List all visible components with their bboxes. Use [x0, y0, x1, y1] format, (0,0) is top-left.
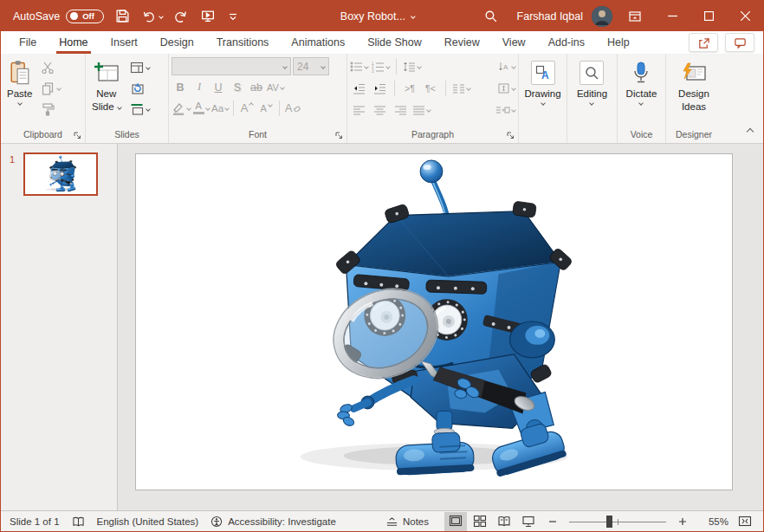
tab-help[interactable]: Help [596, 31, 641, 54]
new-slide-button[interactable]: New Slide [88, 56, 125, 126]
redo-icon [174, 9, 189, 23]
undo-button[interactable] [141, 9, 163, 23]
customize-quick-access-button[interactable] [227, 10, 239, 23]
format-painter-button[interactable] [37, 100, 64, 118]
share-button[interactable] [689, 33, 718, 52]
section-button[interactable] [126, 100, 153, 118]
redo-button[interactable] [174, 9, 189, 23]
tab-view[interactable]: View [491, 31, 537, 54]
increase-indent-button[interactable] [371, 79, 388, 97]
design-ideas-button[interactable]: Design Ideas [675, 56, 713, 126]
tab-design[interactable]: Design [149, 31, 205, 54]
bullets-button[interactable] [350, 57, 368, 75]
language-indicator[interactable]: English (United States) [97, 516, 199, 527]
right-to-left-button[interactable]: ¶< [422, 79, 439, 97]
align-right-button[interactable] [392, 101, 409, 119]
start-slideshow-button[interactable] [200, 9, 216, 23]
slide-thumbnail-panel: 1 [1, 144, 118, 510]
reset-button[interactable] [126, 79, 153, 97]
strikethrough-button[interactable]: ab [248, 78, 265, 96]
align-center-button[interactable] [371, 101, 388, 119]
document-title[interactable]: Boxy Robot... [340, 1, 415, 31]
search-button[interactable] [483, 9, 498, 23]
save-button[interactable] [115, 9, 130, 23]
slide-workspace[interactable] [118, 144, 763, 510]
font-color-button[interactable]: A [192, 99, 210, 117]
zoom-in-button[interactable] [671, 512, 694, 531]
character-spacing-glyph: AV [267, 82, 279, 93]
spell-check-button[interactable] [72, 516, 85, 528]
accessibility-checker[interactable]: Accessibility: Investigate [210, 516, 336, 528]
zoom-out-button[interactable] [541, 512, 564, 531]
slide-canvas[interactable] [135, 153, 733, 490]
left-to-right-button[interactable]: >¶ [401, 79, 418, 97]
reading-view-button[interactable] [493, 512, 515, 531]
increase-font-size-button[interactable]: A [238, 99, 256, 117]
italic-button[interactable]: I [191, 78, 208, 96]
dictate-button[interactable]: Dictate [623, 56, 661, 126]
zoom-out-icon [547, 516, 558, 527]
tab-home[interactable]: Home [48, 31, 99, 54]
highlight-color-button[interactable] [172, 99, 191, 117]
bold-button[interactable]: B [172, 78, 189, 96]
tab-review[interactable]: Review [433, 31, 491, 54]
autosave-control[interactable]: AutoSave Off [13, 10, 104, 23]
columns-button[interactable] [452, 79, 470, 97]
normal-view-button[interactable] [444, 512, 467, 531]
undo-dropdown-icon[interactable] [159, 14, 164, 19]
zoom-slider[interactable] [569, 512, 666, 531]
clear-formatting-button[interactable]: A [284, 99, 301, 117]
character-spacing-button[interactable]: AV [267, 78, 284, 96]
font-size-combo[interactable]: 24 [293, 57, 329, 75]
text-shadow-button[interactable]: S [229, 78, 246, 96]
clipboard-dialog-launcher[interactable] [73, 131, 81, 139]
decrease-font-size-button[interactable]: A [257, 99, 275, 117]
change-case-button[interactable]: Aa [211, 99, 229, 117]
paste-button[interactable]: Paste [3, 56, 36, 126]
tab-slide-show[interactable]: Slide Show [356, 31, 433, 54]
slide-thumbnail[interactable] [23, 152, 98, 196]
minimize-button[interactable] [654, 1, 690, 31]
font-dialog-launcher[interactable] [334, 131, 343, 139]
copy-button[interactable] [37, 79, 64, 97]
zoom-slider-handle[interactable] [606, 516, 612, 528]
zoom-level[interactable]: 55% [699, 516, 728, 527]
tab-transitions[interactable]: Transitions [205, 31, 281, 54]
editing-button[interactable]: Editing [573, 56, 611, 126]
slide-sorter-view-button[interactable] [469, 512, 491, 531]
convert-to-smartart-button[interactable] [495, 101, 515, 119]
collapse-ribbon-button[interactable] [748, 125, 753, 137]
notes-button[interactable]: Notes [385, 516, 429, 528]
layout-button[interactable] [126, 58, 153, 76]
slide-show-view-button[interactable] [517, 512, 540, 531]
align-left-button[interactable] [350, 101, 367, 119]
tab-insert[interactable]: Insert [100, 31, 149, 54]
slide-thumbnail-image [27, 155, 94, 193]
user-name[interactable]: Farshad Iqbal [517, 10, 583, 23]
line-spacing-button[interactable] [403, 57, 421, 75]
underline-button[interactable]: U [210, 78, 227, 96]
autosave-toggle[interactable]: Off [66, 10, 104, 23]
align-text-button[interactable] [497, 79, 515, 97]
drawing-button[interactable]: A Drawing [521, 56, 564, 126]
drawing-group: A Drawing [519, 54, 567, 143]
text-direction-button[interactable]: A [497, 57, 515, 75]
paragraph-dialog-launcher[interactable] [506, 131, 515, 139]
tab-animations[interactable]: Animations [280, 31, 356, 54]
close-button[interactable] [727, 1, 763, 31]
fit-slide-to-window-button[interactable] [734, 512, 756, 531]
comments-button[interactable] [725, 33, 754, 52]
tab-file[interactable]: File [8, 31, 48, 54]
maximize-button[interactable] [690, 1, 727, 31]
numbering-button[interactable]: 1 2 3 [372, 57, 390, 75]
avatar[interactable] [592, 6, 612, 27]
justify-button[interactable] [412, 101, 431, 119]
slide-sorter-icon [473, 515, 487, 528]
ribbon-display-options-button[interactable] [628, 10, 642, 23]
slide-indicator[interactable]: Slide 1 of 1 [10, 516, 60, 527]
decrease-indent-button[interactable] [350, 79, 367, 97]
tab-add-ins[interactable]: Add-ins [537, 31, 596, 54]
cut-button[interactable] [37, 58, 64, 76]
font-name-combo[interactable] [172, 57, 291, 75]
robot-image[interactable] [136, 154, 732, 490]
